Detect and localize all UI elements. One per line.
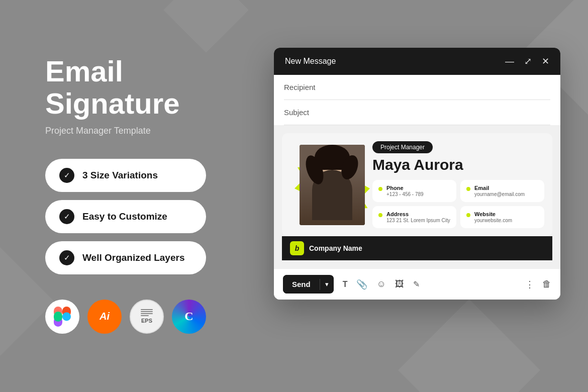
close-button[interactable]: ✕	[542, 56, 549, 67]
send-button[interactable]: Send	[283, 275, 320, 293]
window-header: New Message — ⤢ ✕	[274, 48, 560, 75]
phone-label: Phone	[386, 185, 424, 191]
tool-figma	[45, 300, 79, 334]
format-text-icon[interactable]: T	[343, 280, 348, 289]
tool-eps: EPS	[130, 300, 164, 334]
eps-line-3	[141, 313, 153, 314]
contact-phone: Phone +123 - 456 - 789	[372, 180, 456, 202]
website-value: yourwebsite.com	[474, 218, 512, 223]
canva-label: C	[184, 310, 193, 323]
email-dot	[466, 187, 470, 191]
website-dot	[466, 213, 470, 217]
minimize-button[interactable]: —	[505, 56, 514, 67]
email-fields: Recipient Subject	[274, 75, 560, 125]
feature-item-1: ✓ 3 Size Variations	[45, 159, 206, 192]
phone-dot	[378, 187, 382, 191]
email-toolbar: Send ▾ T 📎 ☺ 🖼 ✎ ⋮ 🗑	[274, 268, 560, 300]
contact-website: Website yourwebsite.com	[460, 206, 544, 228]
window-title: New Message	[285, 57, 336, 66]
company-bar: b Company Name	[282, 236, 552, 260]
company-logo: b	[290, 241, 304, 255]
check-icon-2: ✓	[59, 209, 74, 224]
subtitle: Project Manager Template	[45, 126, 256, 136]
phone-info: Phone +123 - 456 - 789	[386, 185, 424, 197]
maximize-button[interactable]: ⤢	[524, 56, 532, 67]
feature-item-2: ✓ Easy to Customize	[45, 200, 206, 233]
toolbar-right: ⋮ 🗑	[525, 279, 551, 290]
window-controls: — ⤢ ✕	[505, 56, 549, 67]
subject-label: Subject	[284, 108, 319, 117]
recipient-field[interactable]: Recipient	[284, 75, 550, 100]
website-label: Website	[474, 211, 512, 217]
contact-grid: Phone +123 - 456 - 789 Email yourname@em…	[372, 180, 544, 228]
feature-label-2: Easy to Customize	[82, 211, 167, 222]
tool-illustrator: Ai	[87, 300, 122, 334]
star-container	[292, 145, 372, 225]
signature-area: Project Manager Maya Aurora Phone +123 -…	[274, 125, 560, 268]
contact-address: Address 123 21 St. Lorem Ipsum City	[372, 206, 456, 228]
hair	[315, 145, 350, 170]
address-label: Address	[386, 211, 450, 217]
left-panel: Email Signature Project Manager Template…	[45, 55, 256, 334]
eps-lines	[141, 309, 153, 316]
signature-card: Project Manager Maya Aurora Phone +123 -…	[282, 133, 552, 236]
email-label: Email	[474, 185, 525, 191]
email-window: New Message — ⤢ ✕ Recipient Subject	[274, 48, 560, 300]
person-silhouette	[300, 145, 365, 225]
feature-label-3: Well Organized Layers	[82, 252, 184, 263]
image-icon[interactable]: 🖼	[395, 279, 404, 289]
company-logo-text: b	[295, 244, 300, 252]
check-icon-1: ✓	[59, 168, 74, 183]
draw-icon[interactable]: ✎	[413, 279, 420, 289]
address-dot	[378, 213, 382, 217]
bg-shape-bottom-right	[398, 299, 540, 392]
subject-field[interactable]: Subject	[284, 100, 550, 125]
features-list: ✓ 3 Size Variations ✓ Easy to Customize …	[45, 159, 256, 274]
delete-icon[interactable]: 🗑	[542, 279, 551, 289]
tools-list: Ai EPS C	[45, 300, 256, 334]
ai-label: Ai	[100, 311, 110, 322]
eps-label: EPS	[141, 318, 152, 324]
address-info: Address 123 21 St. Lorem Ipsum City	[386, 211, 450, 223]
emoji-icon[interactable]: ☺	[376, 279, 385, 289]
figma-icon	[54, 307, 71, 327]
phone-value: +123 - 456 - 789	[386, 191, 424, 197]
toolbar-icons: T 📎 ☺ 🖼 ✎	[343, 279, 516, 290]
eps-line-2	[141, 311, 153, 312]
email-value: yourname@email.com	[474, 191, 525, 197]
role-badge: Project Manager	[372, 141, 433, 153]
attach-icon[interactable]: 📎	[356, 279, 367, 290]
feature-item-3: ✓ Well Organized Layers	[45, 241, 206, 274]
tool-canva: C	[172, 300, 206, 334]
person-photo	[300, 145, 365, 225]
recipient-label: Recipient	[284, 83, 319, 91]
title-line2: Signature	[45, 87, 256, 120]
send-button-group: Send ▾	[283, 275, 334, 293]
more-options-icon[interactable]: ⋮	[525, 279, 534, 290]
svg-point-3	[62, 312, 71, 321]
check-icon-3: ✓	[59, 250, 74, 265]
feature-label-1: 3 Size Variations	[82, 170, 158, 181]
bg-shape-top-left	[163, 0, 249, 53]
person-name: Maya Aurora	[372, 156, 544, 173]
website-info: Website yourwebsite.com	[474, 211, 512, 223]
eps-line-1	[141, 309, 153, 310]
email-info: Email yourname@email.com	[474, 185, 525, 197]
title-line1: Email	[45, 55, 256, 87]
company-name: Company Name	[309, 244, 362, 252]
send-dropdown-button[interactable]: ▾	[320, 275, 334, 293]
svg-rect-4	[54, 312, 62, 322]
address-value: 123 21 St. Lorem Ipsum City	[386, 218, 450, 223]
eps-line-4	[141, 315, 149, 316]
contact-email: Email yourname@email.com	[460, 180, 544, 202]
